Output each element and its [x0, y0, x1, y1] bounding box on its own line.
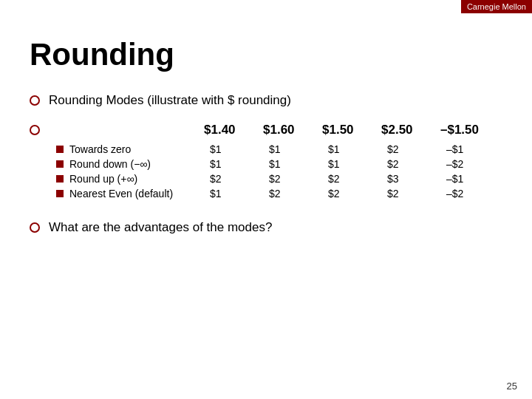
row-1-val-2: $1	[328, 158, 387, 170]
sub-bullet-3	[56, 190, 64, 197]
top-bar: Carnegie Mellon	[461, 0, 532, 13]
col-header-4: –$1.50	[440, 123, 499, 137]
bullet-1-text: Rounding Modes (illustrate with $ roundi…	[49, 93, 291, 108]
page-title: Rounding	[30, 37, 502, 72]
col-header-1: $1.60	[263, 123, 322, 137]
row-3-val-2: $2	[328, 188, 387, 200]
row-0-val-0: $1	[210, 143, 269, 155]
row-3-val-1: $2	[269, 188, 328, 200]
bottom-bullet-text: What are the advantages of the modes?	[49, 220, 272, 235]
col-header-3: $2.50	[381, 123, 440, 137]
row-0-val-2: $1	[328, 143, 387, 155]
table-row-0: Towards zero $1 $1 $1 $2 –$1	[56, 143, 505, 155]
row-0-val-3: $2	[387, 143, 446, 155]
table-row-2: Round up (+∞) $2 $2 $2 $3 –$1	[56, 173, 505, 185]
row-0-val-4: –$1	[446, 143, 505, 155]
col-header-2: $1.50	[322, 123, 381, 137]
row-3-val-0: $1	[210, 188, 269, 200]
row-2-val-3: $3	[387, 173, 446, 185]
sub-bullet-0	[56, 146, 64, 153]
table-row-3: Nearest Even (default) $1 $2 $2 $2 –$2	[56, 188, 505, 200]
row-3-val-3: $2	[387, 188, 446, 200]
sub-bullet-1	[56, 160, 64, 168]
row-1-val-3: $2	[387, 158, 446, 170]
row-2-val-4: –$1	[446, 173, 505, 185]
row-3-val-4: –$2	[446, 188, 505, 200]
row-label-3: Nearest Even (default)	[69, 188, 210, 200]
row-1-val-1: $1	[269, 158, 328, 170]
row-1-val-0: $1	[210, 158, 269, 170]
page-number: 25	[507, 381, 517, 392]
row-2-val-0: $2	[210, 173, 269, 185]
bullet-icon-2	[30, 125, 40, 135]
table-section: $1.40 $1.60 $1.50 $2.50 –$1.50 Towards z…	[30, 123, 502, 202]
bottom-bullet: What are the advantages of the modes?	[30, 220, 502, 235]
row-1-val-4: –$2	[446, 158, 505, 170]
row-label-1: Round down (−∞)	[69, 158, 210, 170]
row-label-0: Towards zero	[69, 143, 210, 155]
row-0-val-1: $1	[269, 143, 328, 155]
university-label: Carnegie Mellon	[467, 2, 526, 11]
table-row-1: Round down (−∞) $1 $1 $1 $2 –$2	[56, 158, 505, 170]
bullet-icon-1	[30, 95, 40, 106]
row-label-2: Round up (+∞)	[69, 173, 210, 185]
bullet-1: Rounding Modes (illustrate with $ roundi…	[30, 93, 502, 108]
sub-bullet-2	[56, 175, 64, 183]
bullet-icon-3	[30, 222, 40, 233]
row-2-val-2: $2	[328, 173, 387, 185]
col-header-0: $1.40	[204, 123, 263, 137]
row-2-val-1: $2	[269, 173, 328, 185]
